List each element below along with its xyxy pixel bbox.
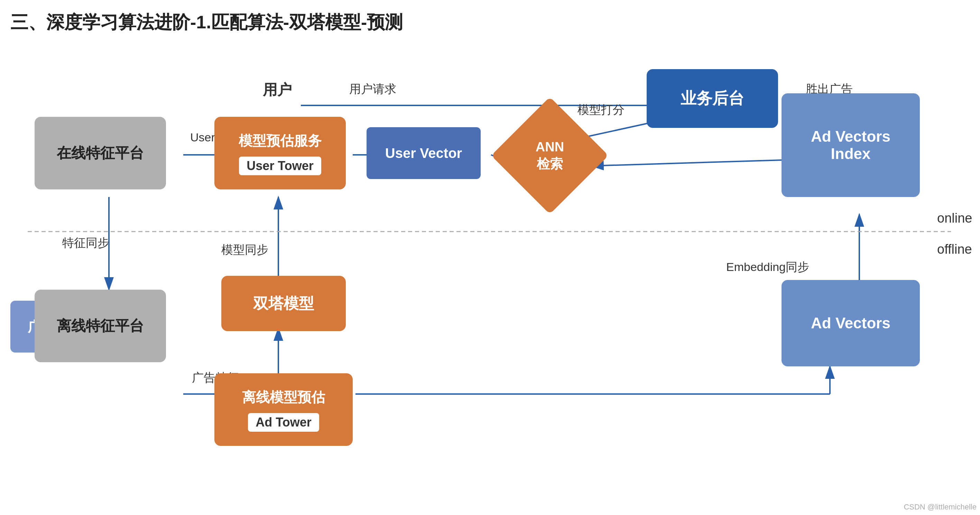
model-service-box: 模型预估服务 User Tower (215, 117, 346, 189)
ad-tower-label: Ad Tower (248, 413, 319, 432)
offline-eval-box: 离线模型预估 Ad Tower (215, 373, 353, 446)
label-feature-sync: 特征同步 (62, 235, 109, 251)
user-tower-label: User Tower (239, 157, 321, 175)
offline-feature-box: 离线特征平台 (35, 290, 166, 362)
business-backend-box: 业务后台 (647, 69, 778, 128)
label-online: online (937, 211, 972, 226)
watermark: CSDN @littlemichelle (904, 502, 977, 512)
user-node: 用户 (263, 80, 292, 100)
label-embedding-sync: Embedding同步 (726, 259, 809, 275)
label-model-sync: 模型同步 (221, 242, 268, 258)
ad-vectors-index-box: Ad Vectors Index (781, 93, 920, 197)
label-user-request: 用户请求 (349, 81, 396, 97)
ad-vectors-box: Ad Vectors (781, 280, 920, 366)
online-feature-box: 在线特征平台 (35, 117, 166, 189)
user-vector-box: User Vector (367, 127, 480, 179)
dual-tower-box: 双塔模型 (221, 276, 346, 331)
label-model-score: 模型打分 (578, 102, 625, 118)
label-offline: offline (937, 242, 972, 257)
